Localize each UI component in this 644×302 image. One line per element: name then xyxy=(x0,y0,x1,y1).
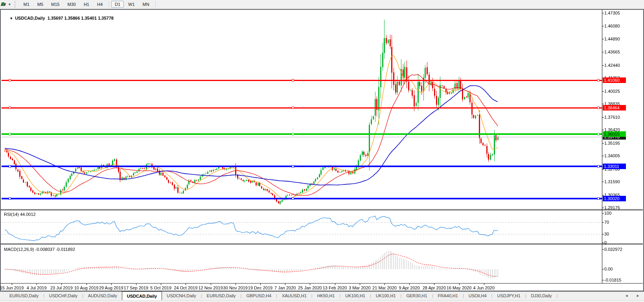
macd-axis-tick: 0.032972 xyxy=(604,247,622,252)
price-axis-tick: 1.35195 xyxy=(604,141,620,145)
chart-tab-usoil-h4[interactable]: USOil,H4 xyxy=(464,292,491,300)
price-axis-tick: 1.46080 xyxy=(604,24,620,28)
chart-tab-usdjpy-h1[interactable]: USDJPY,H1 xyxy=(492,292,525,300)
chart-tab-eurusd-daily[interactable]: EURUSD,Daily xyxy=(5,292,43,300)
timeframe-button-m1[interactable]: M1 xyxy=(20,1,33,8)
price-axis-tick: 1.37610 xyxy=(604,115,620,120)
date-axis-label: 4 Jun 2020 xyxy=(473,285,495,290)
chart-tab-uk100-h1[interactable]: UK100,H1 xyxy=(371,292,401,300)
chart-title-ohlc: 1.35697 1.35866 1.35401 1.35778 xyxy=(48,16,114,20)
chart-tool-icon[interactable] xyxy=(1,1,8,7)
hline-price-label[interactable]: 1.33011 xyxy=(603,164,626,169)
trading-terminal: { "toolbar": { "timeframes": ["M1","M5",… xyxy=(0,0,644,302)
date-axis-label: 24 Oct 2019 xyxy=(174,285,197,290)
date-axis-label: 19 Dec 2019 xyxy=(248,285,272,290)
chart-tab-hk50-h1[interactable]: HK50,H1 xyxy=(313,292,340,300)
chart-tab-fra40-h1[interactable]: FRA40,H1 xyxy=(433,292,463,300)
hline-price-label[interactable]: 1.36015 xyxy=(603,131,626,137)
toolbar-grip[interactable] xyxy=(15,1,17,7)
macd-axis-tick: 0.00 xyxy=(604,267,613,271)
timeframe-button-w1[interactable]: W1 xyxy=(125,1,138,8)
date-axis-label: 13 Feb 2020 xyxy=(323,285,347,290)
date-axis-label: 7 Jan 2020 xyxy=(274,285,296,290)
timeframe-button-h4[interactable]: H4 xyxy=(94,1,106,8)
toolbar-separator xyxy=(155,1,156,7)
rsi-axis-tick: 30 xyxy=(604,232,609,236)
date-axis-label: 29 Aug 2019 xyxy=(99,285,123,290)
date-axis-label: 3 Mar 2020 xyxy=(349,285,371,290)
chart-tab-audusd-daily[interactable]: AUDUSD,Daily xyxy=(83,292,122,300)
rsi-indicator-label: RSI(14) 44.0012 xyxy=(4,212,36,217)
chart-title-symbol: USDCAD,Daily xyxy=(15,16,45,20)
price-axis-tick: 1.31590 xyxy=(604,179,620,184)
date-axis-label: 4 Jul 2019 xyxy=(27,285,47,290)
tab-separator: | xyxy=(557,292,558,300)
date-axis-label: 15 Jun 2019 xyxy=(0,285,24,290)
status-strip xyxy=(0,300,644,302)
date-axis-label: 30 Nov 2019 xyxy=(223,285,248,290)
chart-title: ▼USDCAD,Daily 1.35697 1.35866 1.35401 1.… xyxy=(5,11,114,25)
timeframe-button-h1[interactable]: H1 xyxy=(80,1,93,8)
timeframe-button-m15[interactable]: M15 xyxy=(48,1,63,8)
tab-scroll-left-icon[interactable]: ◄ xyxy=(624,293,629,298)
date-axis-label: 16 May 2020 xyxy=(447,285,472,290)
tab-scroll-right-icon[interactable]: ► xyxy=(635,293,641,298)
toolbar-separator xyxy=(109,1,109,7)
chart-tab-eurusd-daily[interactable]: EURUSD,Daily xyxy=(202,292,241,300)
rsi-axis-tick: 70 xyxy=(604,220,609,225)
timeframe-button-m30[interactable]: M30 xyxy=(64,1,79,8)
price-axis-tick: 1.44890 xyxy=(604,37,620,41)
timeframe-button-mn[interactable]: MN xyxy=(139,1,153,8)
date-axis-label: 12 Nov 2019 xyxy=(198,285,223,290)
macd-axis-tick: -0.01815 xyxy=(604,278,621,282)
date-axis-label: 10 Aug 2019 xyxy=(74,285,99,290)
date-axis-label: 23 Jul 2019 xyxy=(50,285,73,290)
hline-price-label[interactable]: 1.30020 xyxy=(603,196,626,201)
date-axis-label: 25 Jan 2020 xyxy=(298,285,322,290)
rsi-axis-tick: 0 xyxy=(604,240,607,245)
chart-tab-dj30-daily[interactable]: DJ30,Daily xyxy=(526,292,556,300)
chart-tab-usdcnh-daily[interactable]: USDCNH,Daily xyxy=(162,292,201,300)
hline-price-label[interactable]: 1.41060 xyxy=(603,77,626,83)
price-axis-tick: 1.40025 xyxy=(604,89,620,94)
date-axis-label: 17 Sep 2019 xyxy=(124,285,148,290)
timeframe-toolbar: ▾ M1M5M15M30H1H4D1W1MN xyxy=(0,0,644,9)
timeframe-button-d1[interactable]: D1 xyxy=(111,1,124,8)
rsi-axis-tick: 100 xyxy=(604,211,611,215)
chart-tab-bar: EURUSD,Daily|USDCHF,Daily|AUDUSD,DailyUS… xyxy=(0,291,644,300)
date-axis-label: 9 Apr 2020 xyxy=(399,285,420,290)
chart-tab-usdcad-daily[interactable]: USDCAD,Daily xyxy=(122,291,162,300)
chart-tab-gbpusd-h4[interactable]: GBPUSD,H4 xyxy=(241,292,276,300)
price-axis-tick: 1.34005 xyxy=(604,153,620,158)
date-axis-label: 5 Oct 2019 xyxy=(150,285,171,290)
price-axis-tick: 1.29175 xyxy=(604,205,620,210)
chart-canvas[interactable] xyxy=(0,9,644,291)
date-axis-label: 21 Mar 2020 xyxy=(372,285,397,290)
chart-tab-xauusd-h1[interactable]: XAUUSD,H1 xyxy=(277,292,311,300)
macd-indicator-label: MACD(12,26,9) -0.008037 -0.011892 xyxy=(4,247,75,252)
chart-tab-usdchf-daily[interactable]: USDCHF,Daily xyxy=(44,292,82,300)
chart-tab-ger30-h1[interactable]: GER30,H1 xyxy=(401,292,432,300)
chart-window: ▼USDCAD,Daily 1.35697 1.35866 1.35401 1.… xyxy=(0,9,644,291)
price-axis-tick: 1.42440 xyxy=(604,63,620,68)
timeframe-button-m5[interactable]: M5 xyxy=(34,1,47,8)
date-axis-label: 28 Apr 2020 xyxy=(423,285,446,290)
collapse-caret-icon[interactable]: ▼ xyxy=(9,17,13,20)
hline-price-label[interactable]: 1.38464 xyxy=(603,105,626,110)
chart-tab-uk100-h1[interactable]: UK100,H1 xyxy=(340,292,370,300)
chevron-down-icon[interactable]: ▾ xyxy=(9,2,11,6)
price-axis-tick: 1.43665 xyxy=(604,50,620,54)
price-axis-tick: 1.47305 xyxy=(604,11,620,15)
